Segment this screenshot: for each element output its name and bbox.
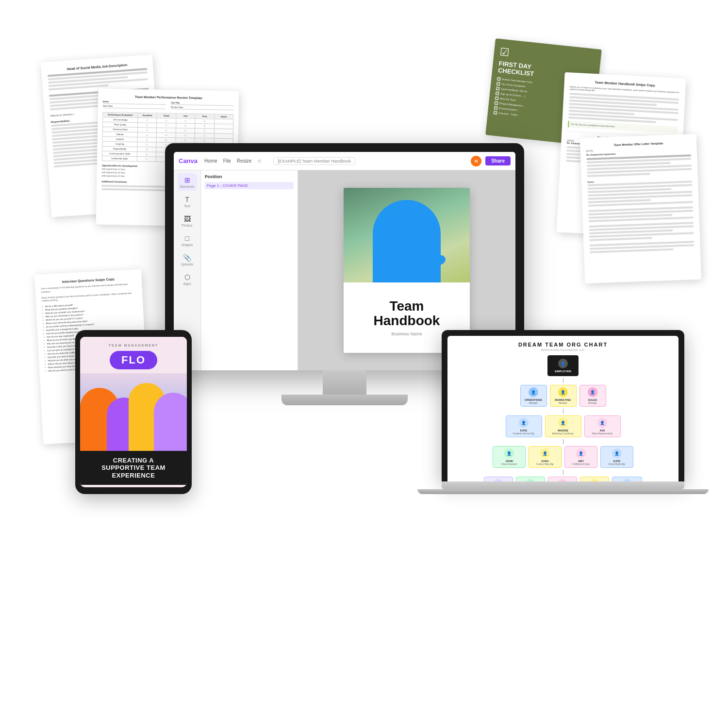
org-box-amy: 👤 AMY Fulfillment & Data: [564, 446, 597, 468]
sidebar-icon-uploads[interactable]: 📎Uploads: [178, 251, 197, 268]
laptop-screen-outer: DREAM TEAM ORG CHART MADISONLOCHHEAD.CO …: [442, 330, 684, 481]
org-box-emily: 👤 EMILY E-Commerce Specialist: [612, 477, 642, 481]
org-box-claire: 👤 CLAIRE Brand & Web Design: [516, 477, 545, 481]
handbook-cover: Page 1 - COVER PAGE TeamHandbook Busines…: [344, 188, 470, 353]
org-connector: [563, 439, 563, 444]
monitor-stand-base: [281, 395, 408, 405]
swipe-copy-tip: Pro Tip: We use a template to save time …: [568, 121, 678, 133]
share-button[interactable]: Share: [485, 156, 511, 165]
org-box-amelia: 👤 AMELIA Client Relations: [484, 477, 513, 481]
sidebar-icon-text[interactable]: TText: [178, 193, 197, 210]
org-box-sales: 👤 SALES Manager: [579, 385, 606, 407]
sidebar-icon-apps[interactable]: ⬡Apps: [178, 270, 197, 288]
nav-resize[interactable]: Resize: [237, 158, 252, 164]
org-chart-container: 👤 EMPLOYER 👤 OPERATIONS Manager: [453, 355, 673, 481]
org-box-john: 👤 JOHN Virtual Assistant: [493, 446, 526, 468]
org-box-maddie: 👤 MADDIE Marketing Coordinator: [545, 415, 581, 437]
cover-main-title: TeamHandbook: [374, 299, 440, 328]
canva-elements-panel: Position Page 1 - COVER PAGE: [201, 170, 298, 370]
org-connector: [563, 378, 563, 383]
toolbar-right: N Share: [471, 156, 511, 166]
flo-badge: FLO: [110, 351, 157, 369]
tablet-top-section: TEAM MANAGEMENT FLO: [80, 337, 187, 373]
tablet-device: TEAM MANAGEMENT FLO CREATING ASUPPORTIVE…: [75, 330, 192, 494]
org-row-bottom: 👤 AMELIA Client Relations 👤 CLAIRE Brand…: [484, 477, 642, 481]
org-chart-subtitle: MADISONLOCHHEAD.CO: [453, 348, 673, 351]
tablet-tag: TEAM MANAGEMENT: [88, 344, 179, 347]
elements-panel-title: Position: [205, 174, 294, 179]
org-box-ops: 👤 OPERATIONS Manager: [520, 385, 547, 407]
laptop-bottom: [417, 489, 709, 494]
nav-star[interactable]: ☆: [257, 158, 262, 164]
nav-file[interactable]: File: [223, 158, 231, 164]
org-box-mkt: 👤 MARKETING Manager: [550, 385, 577, 407]
org-row-coords: 👤 KATE Customer Service Mgr 👤 MADDIE Mar…: [506, 415, 621, 437]
canva-nav: Home File Resize ☆: [204, 158, 262, 164]
org-box-kate: 👤 KATE Customer Service Mgr: [506, 415, 542, 437]
org-row-founder: 👤 EMPLOYER: [547, 355, 579, 376]
canva-file-name[interactable]: [EXAMPLE] Team Member Handbook: [273, 157, 355, 165]
org-row-managers: 👤 OPERATIONS Manager 👤 MARKETING Manager…: [520, 385, 606, 407]
sidebar-icon-shapes[interactable]: □Shapes: [178, 232, 197, 249]
org-chart-title: DREAM TEAM ORG CHART: [453, 342, 673, 347]
sidebar-icon-elements[interactable]: ⊞Elements: [178, 173, 197, 191]
nav-home[interactable]: Home: [204, 158, 217, 164]
laptop-screen-inner: DREAM TEAM ORG CHART MADISONLOCHHEAD.CO …: [447, 336, 678, 481]
tablet-bottom-text: CREATING ASUPPORTIVE TEAMEXPERIENCE: [80, 451, 187, 485]
elements-list-item-cover[interactable]: Page 1 - COVER PAGE: [205, 182, 294, 189]
tablet-screen: TEAM MANAGEMENT FLO CREATING ASUPPORTIVE…: [80, 337, 187, 487]
monitor-stand-neck: [323, 370, 366, 395]
org-connector: [563, 409, 563, 414]
cover-photo: [344, 188, 470, 282]
canva-toolbar: Canva Home File Resize ☆ [EXAMPLE] Team …: [174, 152, 515, 170]
org-box-zara: 👤 ZARA Content Mktg Mgr: [529, 446, 562, 468]
tablet-photo-section: [80, 373, 187, 451]
org-box-founder: 👤 EMPLOYER: [547, 355, 579, 376]
scene: Head of Social Media Job Description Rep…: [0, 0, 728, 728]
org-box-elina: 👤 ELINA Customer Service: [548, 477, 577, 481]
laptop-base: [442, 481, 684, 489]
org-row-staff: 👤 JOHN Virtual Assistant 👤 ZARA Content …: [493, 446, 633, 468]
tablet-body: TEAM MANAGEMENT FLO CREATING ASUPPORTIVE…: [75, 330, 192, 494]
doc-offer-letter: Team Member Offer Letter Template [DATE]…: [580, 134, 701, 283]
user-avatar: N: [471, 156, 481, 166]
canva-logo: Canva: [179, 157, 198, 165]
tablet-bottom-text-inner: CREATING ASUPPORTIVE TEAMEXPERIENCE: [101, 457, 165, 480]
doc-perf-review-title: Team Member Performance Review Template: [103, 95, 234, 100]
cover-subtitle: Business Name: [391, 331, 422, 336]
laptop-device: DREAM TEAM ORG CHART MADISONLOCHHEAD.CO …: [442, 330, 684, 494]
org-box-kate2: 👤 KATE Social Media Mgr: [600, 446, 633, 468]
org-box-makayla: 👤 MAKAYLA Project Coordinator: [580, 477, 609, 481]
org-connector: [563, 470, 563, 475]
sidebar-icon-photos[interactable]: 🖼Photos: [178, 212, 197, 230]
org-box-ava: 👤 AVA Sales Representative: [584, 415, 621, 437]
